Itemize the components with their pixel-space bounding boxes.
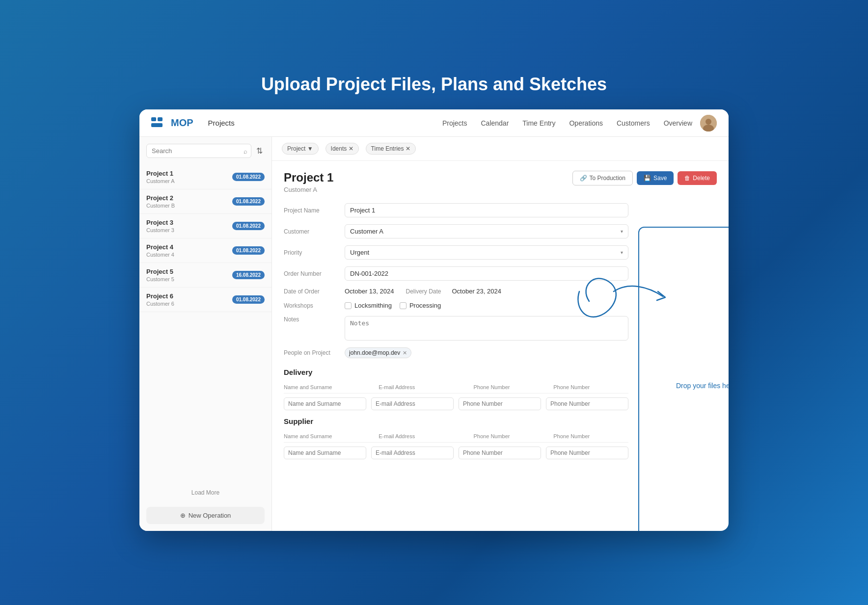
project-info: Project 2 Customer B: [146, 194, 175, 209]
filter-idents[interactable]: Idents ✕: [326, 143, 359, 155]
project-list-item[interactable]: Project 6 Customer 6 01.08.2022: [139, 288, 271, 312]
supplier-col-2: E-mail Address: [379, 433, 468, 439]
people-email: john.doe@mop.dev: [349, 349, 400, 356]
nav-link-time-entry[interactable]: Time Entry: [522, 119, 555, 127]
new-operation-button[interactable]: ⊕ New Operation: [146, 507, 265, 524]
project-name-label: Project Name: [284, 207, 338, 214]
project-list-item[interactable]: Project 5 Customer 5 16.08.2022: [139, 263, 271, 288]
production-button[interactable]: 🔗 To Production: [572, 171, 633, 185]
supplier-phone1-input[interactable]: [459, 447, 541, 459]
project-info: Project 1 Customer A: [146, 170, 174, 184]
project-badge: 01.08.2022: [232, 197, 265, 206]
main-layout: ⌕ ⇅ Project 1 Customer A 01.08.2022 Proj…: [139, 137, 729, 531]
nav-link-overview[interactable]: Overview: [664, 119, 692, 127]
project-name-input[interactable]: [345, 203, 628, 217]
project-list-item[interactable]: Project 1 Customer A 01.08.2022: [139, 165, 271, 189]
chevron-down-icon: ▾: [621, 250, 623, 255]
project-badge: 01.08.2022: [232, 173, 265, 181]
supplier-email-input[interactable]: [371, 447, 454, 459]
project-info: Project 3 Customer 3: [146, 219, 174, 233]
people-label: People on Project: [284, 349, 338, 356]
app-window: MOP Projects Projects Calendar Time Entr…: [139, 109, 729, 531]
form-area: Project Name Customer Customer A ▾: [284, 203, 628, 521]
priority-select[interactable]: Urgent ▾: [345, 245, 628, 260]
nav-link-customers[interactable]: Customers: [617, 119, 650, 127]
people-row: People on Project john.doe@mop.dev ✕: [284, 347, 628, 358]
project-list-item[interactable]: Project 3 Customer 3 01.08.2022: [139, 214, 271, 238]
sort-button[interactable]: ⇅: [254, 144, 265, 158]
logo-area: MOP: [151, 117, 193, 129]
filter-project[interactable]: Project ▼: [282, 143, 319, 155]
remove-person-button[interactable]: ✕: [403, 350, 407, 356]
project-subtitle: Customer A: [284, 186, 333, 193]
notes-input[interactable]: [345, 316, 628, 341]
customer-select[interactable]: Customer A ▾: [345, 224, 628, 238]
people-tag: john.doe@mop.dev ✕: [345, 347, 411, 358]
logo-text: MOP: [171, 117, 193, 129]
delivery-phone2-input[interactable]: [546, 397, 628, 410]
workshop-1-item[interactable]: Locksmithing: [345, 302, 392, 309]
supplier-col-4: Phone Number: [553, 433, 628, 439]
project-info: Project 4 Customer 4: [146, 243, 174, 258]
avatar[interactable]: [700, 115, 717, 132]
workshop-2-item[interactable]: Processing: [400, 302, 441, 309]
supplier-table-row: [284, 447, 628, 459]
delivery-name-input[interactable]: [284, 397, 366, 410]
delivery-col-3: Phone Number: [474, 384, 549, 390]
filter-time-entries[interactable]: Time Entries ✕: [366, 143, 416, 155]
project-name: Project 1: [146, 170, 174, 177]
project-detail: Project 1 Customer A 🔗 To Production 💾 S…: [272, 161, 729, 531]
sidebar-search: ⌕ ⇅: [139, 137, 271, 163]
project-name: Project 3: [146, 219, 174, 226]
dates-row: Date of Order October 13, 2024 Delivery …: [284, 288, 628, 295]
nav-links: Projects Calendar Time Entry Operations …: [442, 119, 692, 127]
delete-label: Delete: [693, 175, 710, 182]
date-of-order-label: Date of Order: [284, 288, 338, 295]
order-number-input[interactable]: [345, 266, 628, 281]
workshop-2-checkbox[interactable]: [400, 302, 407, 309]
workshop-2-label: Processing: [409, 302, 441, 309]
priority-row: Priority Urgent ▾: [284, 245, 628, 260]
workshop-1-label: Locksmithing: [354, 302, 392, 309]
svg-point-1: [705, 119, 711, 125]
project-list-item[interactable]: Project 2 Customer B 01.08.2022: [139, 189, 271, 214]
load-more[interactable]: Load More: [139, 483, 271, 502]
delivery-title: Delivery: [284, 368, 628, 376]
project-name: Project 2: [146, 194, 175, 202]
delivery-col-4: Phone Number: [553, 384, 628, 390]
delete-button[interactable]: 🗑 Delete: [678, 171, 717, 185]
customer-value: Customer A: [350, 228, 383, 235]
project-title-area: Project 1 Customer A: [284, 171, 333, 193]
project-list-item[interactable]: Project 4 Customer 4 01.08.2022: [139, 238, 271, 263]
order-number-row: Order Number: [284, 266, 628, 281]
project-badge: 01.08.2022: [232, 295, 265, 304]
workshops-checkboxes: Locksmithing Processing: [345, 302, 441, 309]
supplier-phone2-input[interactable]: [546, 447, 628, 459]
nav-link-operations[interactable]: Operations: [569, 119, 602, 127]
project-customer: Customer 3: [146, 227, 174, 233]
priority-value: Urgent: [350, 249, 369, 256]
project-customer: Customer A: [146, 178, 174, 184]
nav-link-projects[interactable]: Projects: [442, 119, 467, 127]
delivery-phone1-input[interactable]: [459, 397, 541, 410]
drop-zone[interactable]: Drop your files here.: [638, 227, 729, 531]
workshop-1-checkbox[interactable]: [345, 302, 352, 309]
delivery-col-2: E-mail Address: [379, 384, 468, 390]
nav-link-calendar[interactable]: Calendar: [481, 119, 509, 127]
search-input[interactable]: [146, 144, 251, 158]
delivery-email-input[interactable]: [371, 397, 454, 410]
project-badge: 01.08.2022: [232, 222, 265, 230]
project-info: Project 5 Customer 5: [146, 268, 174, 282]
supplier-table-header: Name and Surname E-mail Address Phone Nu…: [284, 430, 628, 443]
supplier-name-input[interactable]: [284, 447, 366, 459]
project-info: Project 6 Customer 6: [146, 292, 174, 307]
nav-bar: MOP Projects Projects Calendar Time Entr…: [139, 109, 729, 137]
priority-label: Priority: [284, 249, 338, 256]
page-title: Upload Project Files, Plans and Sketches: [261, 74, 607, 95]
logo-icon: [151, 117, 167, 129]
project-badge: 16.08.2022: [232, 271, 265, 279]
save-button[interactable]: 💾 Save: [637, 171, 674, 185]
customer-label: Customer: [284, 228, 338, 235]
filter-bar: Project ▼ Idents ✕ Time Entries ✕: [272, 137, 729, 161]
project-customer: Customer 5: [146, 276, 174, 282]
